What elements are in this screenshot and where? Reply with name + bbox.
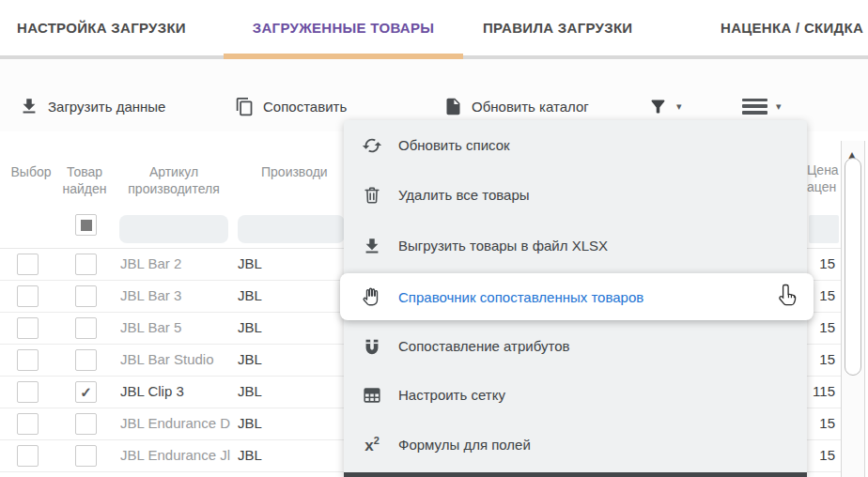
- header-manufacturer-sku[interactable]: Артикул производителя: [113, 163, 235, 197]
- menu-item-attribute-matching[interactable]: Сопоставление атрибутов: [344, 321, 807, 371]
- hamburger-icon: [742, 99, 767, 115]
- match-label: Сопоставить: [263, 99, 347, 115]
- menu-item-matched-products-directory[interactable]: Справочник сопоставленных товаров: [340, 273, 814, 320]
- menu-bottom-dark-strip: [344, 472, 807, 477]
- update-catalog-label: Обновить каталог: [472, 99, 589, 115]
- match-button[interactable]: Сопоставить: [235, 93, 347, 119]
- row-select-checkbox[interactable]: [17, 254, 39, 275]
- menu-item-label: Выгрузить товары в файл XLSX: [398, 238, 608, 254]
- cell-article: JBL Bar 3: [120, 287, 235, 303]
- cell-article: JBL Endurance Jl: [120, 447, 235, 463]
- row-select-checkbox[interactable]: [17, 317, 39, 339]
- cell-article: JBL Endurance D: [120, 415, 235, 431]
- caret-down-icon: ▾: [776, 100, 782, 113]
- cell-manufacturer: JBL: [238, 447, 262, 463]
- download-icon: [362, 236, 382, 256]
- filter-dropdown-button[interactable]: ▾: [648, 93, 682, 119]
- row-select-checkbox[interactable]: [17, 285, 39, 307]
- cell-price: 15: [807, 447, 835, 463]
- cell-article: JBL Clip 3: [120, 383, 235, 399]
- menu-item-label: Настроить сетку: [398, 387, 505, 403]
- tab-markup-discount[interactable]: НАЦЕНКА / СКИДКА: [721, 20, 863, 36]
- menu-dropdown-button[interactable]: ▾: [742, 93, 782, 119]
- cell-manufacturer: JBL: [238, 415, 262, 431]
- row-select-checkbox[interactable]: [17, 445, 39, 467]
- indeterminate-checkbox-mark: [81, 220, 92, 231]
- select-all-found-checkbox[interactable]: [75, 214, 97, 236]
- header-price[interactable]: Цена ацен: [807, 162, 841, 199]
- trash-icon: [362, 185, 382, 206]
- menu-item-refresh-list[interactable]: Обновить список: [344, 120, 807, 170]
- filter-input-sku[interactable]: [119, 215, 228, 243]
- row-found-checkbox[interactable]: ✓: [75, 381, 97, 403]
- row-select-checkbox[interactable]: [17, 349, 39, 371]
- copy-icon: [235, 97, 255, 116]
- tab-loaded-products[interactable]: ЗАГРУЖЕННЫЕ ТОВАРЫ: [224, 20, 463, 36]
- row-found-checkbox[interactable]: [75, 317, 97, 339]
- hand-icon: [362, 286, 382, 307]
- menu-item-label: Обновить список: [398, 137, 510, 153]
- caret-down-icon: ▾: [676, 100, 682, 113]
- header-select[interactable]: Выбор: [8, 163, 54, 180]
- menu-item-label: Удалить все товары: [398, 187, 530, 203]
- tab-bar: НАСТРОЙКА ЗАГРУЗКИ ЗАГРУЖЕННЫЕ ТОВАРЫ ПР…: [0, 0, 868, 59]
- row-select-checkbox[interactable]: [17, 413, 39, 435]
- cell-price: 115: [807, 383, 835, 399]
- x2-icon: x2: [362, 435, 382, 455]
- cell-article: JBL Bar 5: [120, 319, 235, 335]
- row-found-checkbox[interactable]: [75, 445, 97, 467]
- magnet-icon: [362, 336, 382, 357]
- tab-upload-rules[interactable]: ПРАВИЛА ЗАГРУЗКИ: [483, 20, 632, 36]
- active-tab-underline: [224, 54, 463, 59]
- cell-article: JBL Bar 2: [120, 255, 235, 271]
- menu-item-label: Сопоставление атрибутов: [398, 338, 569, 354]
- filter-input-manufacturer[interactable]: [238, 215, 345, 243]
- cell-manufacturer: JBL: [238, 255, 262, 271]
- header-product-found[interactable]: Товар найден: [60, 163, 109, 197]
- cell-article: JBL Bar Studio: [120, 351, 235, 367]
- cell-price: 15: [807, 415, 835, 431]
- filter-input-price[interactable]: [809, 215, 839, 243]
- cell-price: 15: [807, 319, 835, 335]
- row-found-checkbox[interactable]: [75, 349, 97, 371]
- menu-item-delete-all[interactable]: Удалить все товары: [344, 170, 807, 220]
- tab-upload-settings[interactable]: НАСТРОЙКА ЗАГРУЗКИ: [17, 20, 186, 36]
- menu-item-field-formulas[interactable]: x2 Формулы для полей: [344, 420, 807, 469]
- cell-price: 15: [807, 255, 835, 271]
- vertical-scrollbar[interactable]: ▲: [841, 141, 865, 477]
- row-found-checkbox[interactable]: [75, 254, 97, 275]
- load-data-button[interactable]: Загрузить данные: [19, 93, 165, 119]
- cell-price: 15: [807, 351, 835, 367]
- load-data-label: Загрузить данные: [48, 99, 165, 115]
- refresh-icon: [362, 135, 382, 156]
- menu-item-configure-grid[interactable]: Настроить сетку: [344, 370, 807, 420]
- scrollbar-thumb[interactable]: [845, 158, 861, 376]
- checkmark-icon: ✓: [80, 385, 92, 399]
- row-found-checkbox[interactable]: [75, 413, 97, 435]
- header-manufacturer[interactable]: Производи: [261, 163, 348, 180]
- filter-icon: [648, 97, 668, 116]
- cell-manufacturer: JBL: [238, 319, 262, 335]
- menu-item-label: Формулы для полей: [398, 437, 531, 453]
- file-icon: [443, 97, 463, 116]
- cell-manufacturer: JBL: [238, 287, 262, 303]
- cell-manufacturer: JBL: [238, 351, 262, 367]
- cursor-pointer-image: [778, 283, 802, 311]
- row-select-checkbox[interactable]: [17, 381, 39, 403]
- product-upload-screen: НАСТРОЙКА ЗАГРУЗКИ ЗАГРУЖЕННЫЕ ТОВАРЫ ПР…: [0, 0, 868, 477]
- cell-manufacturer: JBL: [238, 383, 262, 399]
- download-icon: [19, 96, 39, 116]
- row-found-checkbox[interactable]: [75, 285, 97, 307]
- update-catalog-button[interactable]: Обновить каталог: [443, 93, 589, 119]
- menu-item-export-xlsx[interactable]: Выгрузить товары в файл XLSX: [344, 221, 807, 270]
- grid-icon: [362, 385, 382, 406]
- menu-item-label: Справочник сопоставленных товаров: [398, 289, 643, 305]
